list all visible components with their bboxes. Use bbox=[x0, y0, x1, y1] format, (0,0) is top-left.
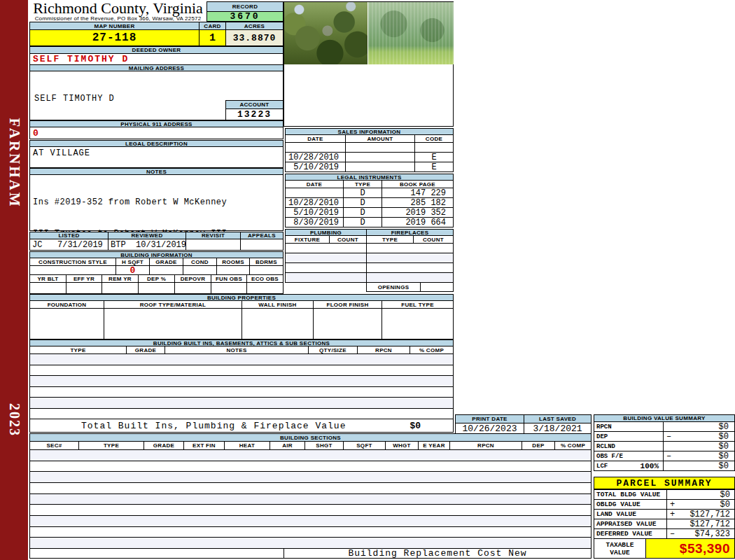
instrument-date[interactable] bbox=[285, 188, 344, 198]
bvs-row-label: LCF100% bbox=[594, 461, 664, 471]
plumbing-row[interactable] bbox=[285, 253, 367, 263]
parcel-row-value[interactable]: –$74,323 bbox=[666, 528, 735, 539]
rooms-value[interactable] bbox=[216, 265, 250, 275]
instrument-date[interactable]: 8/30/2019 bbox=[285, 217, 344, 227]
grade-value[interactable] bbox=[149, 265, 183, 275]
fireplace-row[interactable] bbox=[366, 253, 454, 263]
parcel-row-value[interactable]: +$127,712 bbox=[666, 509, 735, 519]
property-record-card: FARNHAM 2023 Richmond County, Virginia C… bbox=[0, 0, 735, 560]
sales-row-code[interactable]: E bbox=[414, 162, 454, 172]
parcel-row-value[interactable]: $127,712 bbox=[666, 519, 735, 529]
openings-value[interactable] bbox=[420, 282, 454, 292]
bvs-row-value[interactable]: $0 bbox=[663, 441, 735, 451]
table-row bbox=[30, 387, 453, 398]
bvs-row-label: DEP bbox=[594, 431, 664, 442]
appeals-value[interactable] bbox=[240, 239, 284, 251]
h-sqft-value[interactable]: 0 bbox=[115, 265, 150, 275]
physical-911-value[interactable]: 0 bbox=[29, 127, 284, 139]
property-photo-1[interactable] bbox=[284, 2, 368, 64]
instrument-date[interactable]: 5/10/2019 bbox=[285, 207, 344, 218]
built-ins-total-row: Total Built Ins, Plumbing & Fireplace Va… bbox=[29, 419, 454, 433]
table-row bbox=[30, 365, 453, 377]
table-row bbox=[30, 505, 591, 516]
reviewed-value[interactable]: BTP 10/31/2019 bbox=[108, 239, 186, 251]
roof-type-value[interactable] bbox=[104, 308, 242, 340]
built-ins-total-value: $0 bbox=[410, 421, 421, 431]
bvs-sign: – bbox=[666, 432, 671, 442]
table-row bbox=[30, 494, 591, 505]
bvs-row-value[interactable]: –$0 bbox=[663, 431, 735, 442]
sales-row-amount[interactable] bbox=[345, 142, 415, 153]
parcel-amount: $127,712 bbox=[690, 519, 730, 529]
fireplace-row[interactable] bbox=[366, 272, 454, 283]
parcel-row-label: APPRAISED VALUE bbox=[594, 519, 667, 529]
parcel-row-value[interactable]: $0 bbox=[666, 489, 735, 500]
instrument-date[interactable]: 10/28/2010 bbox=[285, 197, 344, 208]
last-saved-value: 3/18/2021 bbox=[524, 423, 592, 434]
bvs-row-value[interactable]: $0 bbox=[663, 421, 735, 432]
county-header: Richmond County, Virginia Commissioner o… bbox=[29, 1, 206, 22]
fuel-type-value[interactable] bbox=[382, 308, 454, 340]
legal-description-value[interactable]: AT VILLAGE bbox=[29, 146, 284, 168]
record-value[interactable]: 3670 bbox=[206, 11, 284, 22]
instrument-bookpage[interactable]: 285 182 bbox=[382, 197, 454, 208]
bvs-row-value[interactable]: –$0 bbox=[663, 451, 735, 461]
dep-pct-value[interactable] bbox=[138, 282, 175, 294]
record-header: RECORD bbox=[206, 1, 284, 12]
bvs-lcf-pct: 100% bbox=[640, 462, 659, 470]
sales-row-date[interactable]: 10/28/2010 bbox=[285, 152, 346, 162]
parcel-row-label: LAND VALUE bbox=[594, 509, 667, 519]
listed-value[interactable]: JC 7/31/2019 bbox=[29, 239, 108, 251]
instrument-type[interactable]: D bbox=[343, 188, 382, 198]
instrument-bookpage[interactable]: 147 229 bbox=[382, 188, 454, 198]
fireplace-row[interactable] bbox=[366, 262, 454, 273]
taxable-value: $53,390 bbox=[645, 538, 735, 559]
construction-style-value[interactable] bbox=[29, 265, 116, 275]
bvs-amount: $0 bbox=[719, 422, 729, 432]
property-photo-2[interactable] bbox=[368, 2, 454, 64]
bvs-sign: – bbox=[666, 451, 671, 461]
parcel-row-value[interactable]: +$0 bbox=[666, 499, 735, 510]
plumbing-row[interactable] bbox=[285, 272, 367, 283]
sales-row-amount[interactable] bbox=[345, 162, 415, 172]
depovr-value[interactable] bbox=[174, 282, 211, 294]
card-value[interactable]: 1 bbox=[199, 29, 226, 46]
notes-box[interactable]: Ins #2019-352 from Robert W McKenney III… bbox=[29, 174, 284, 231]
sales-row-date[interactable]: 5/10/2019 bbox=[285, 162, 346, 172]
wall-finish-value[interactable] bbox=[241, 308, 314, 340]
bdrms-value[interactable] bbox=[249, 265, 284, 275]
map-number-value[interactable]: 27-118 bbox=[29, 29, 200, 46]
bvs-lcf-label: LCF bbox=[596, 463, 608, 470]
acres-value[interactable]: 33.8870 bbox=[225, 29, 284, 46]
instrument-bookpage[interactable]: 2019 352 bbox=[382, 207, 454, 218]
rem-yr-value[interactable] bbox=[102, 282, 139, 294]
bvs-row-value[interactable]: $0 bbox=[663, 461, 735, 471]
sales-row-code[interactable]: E bbox=[414, 152, 454, 162]
parcel-amount: $0 bbox=[720, 500, 730, 510]
sales-row-code[interactable] bbox=[414, 142, 454, 153]
fun-obs-value[interactable] bbox=[211, 282, 247, 294]
eco-obs-value[interactable] bbox=[246, 282, 284, 294]
eff-yr-value[interactable] bbox=[66, 282, 102, 294]
fireplace-row[interactable] bbox=[366, 243, 454, 253]
bvs-row-label: RPCN bbox=[594, 421, 664, 432]
instrument-type[interactable]: D bbox=[343, 197, 382, 208]
foundation-value[interactable] bbox=[29, 308, 104, 340]
bvs-amount: $0 bbox=[719, 451, 729, 461]
revisit-value[interactable] bbox=[186, 239, 241, 251]
instrument-type[interactable]: D bbox=[343, 217, 382, 227]
year-label: 2023 bbox=[6, 403, 22, 437]
yr-blt-value[interactable] bbox=[29, 282, 66, 294]
building-sections-rows bbox=[29, 449, 592, 549]
parcel-summary-header: PARCEL SUMMARY bbox=[594, 477, 735, 489]
floor-finish-value[interactable] bbox=[313, 308, 382, 340]
plumbing-row[interactable] bbox=[285, 243, 367, 253]
plumbing-row[interactable] bbox=[285, 262, 367, 273]
cond-value[interactable] bbox=[183, 265, 217, 275]
sales-row-date[interactable] bbox=[285, 142, 346, 153]
account-value[interactable]: 13223 bbox=[225, 108, 284, 120]
instrument-type[interactable]: D bbox=[343, 207, 382, 218]
sales-row-amount[interactable] bbox=[345, 152, 415, 162]
deeded-owner-value[interactable]: SELF TIMOTHY D bbox=[29, 53, 284, 65]
instrument-bookpage[interactable]: 2019 664 bbox=[382, 217, 454, 227]
